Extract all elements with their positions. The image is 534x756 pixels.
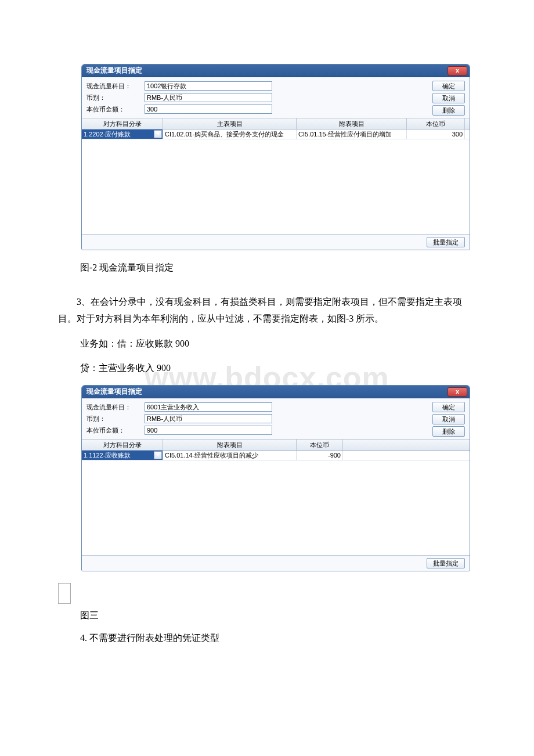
cell-counter-subject[interactable]: 1.2202-应付账款 ▼ <box>82 129 163 139</box>
cell-main-item[interactable]: CI1.02.01-购买商品、接受劳务支付的现金 <box>163 129 297 139</box>
cell-amount[interactable]: -900 <box>297 451 343 460</box>
col-counter-subject[interactable]: 对方科目分录 <box>82 118 163 129</box>
ok-button[interactable]: 确定 <box>432 81 465 91</box>
close-icon[interactable]: x <box>448 66 467 75</box>
chevron-down-icon[interactable]: ▼ <box>154 451 162 459</box>
subject-input[interactable] <box>145 402 272 412</box>
col-counter-subject[interactable]: 对方科目分录 <box>82 440 163 450</box>
dialog-title: 现金流量项目指定 <box>86 66 142 75</box>
currency-label: 币别： <box>86 93 145 102</box>
cell-sub-item[interactable]: CI5.01.14-经营性应收项目的减少 <box>163 451 297 460</box>
col-main-item[interactable]: 主表项目 <box>163 118 297 129</box>
subject-label: 现金流量科目： <box>86 403 145 412</box>
currency-input[interactable] <box>145 93 272 102</box>
currency-input[interactable] <box>145 414 272 423</box>
amount-label: 本位币金额： <box>86 426 145 435</box>
cancel-button[interactable]: 取消 <box>432 93 465 103</box>
ok-button[interactable]: 确定 <box>432 402 465 412</box>
data-grid: 对方科目分录 附表项目 本位币 1.1122-应收账款 ▼ CI5.01.14-… <box>82 439 470 555</box>
col-base-currency[interactable]: 本位币 <box>407 118 465 129</box>
figure-caption-2: 图-2 现金流量项目指定 <box>80 262 476 274</box>
delete-button[interactable]: 删除 <box>432 105 465 116</box>
data-grid: 对方科目分录 主表项目 附表项目 本位币 1.2202-应付账款 ▼ CI1.0… <box>82 118 470 234</box>
col-base-currency[interactable]: 本位币 <box>297 440 343 450</box>
batch-assign-button[interactable]: 批量指定 <box>427 237 465 247</box>
cell-amount[interactable]: 300 <box>407 129 465 139</box>
batch-assign-button[interactable]: 批量指定 <box>427 558 465 568</box>
amount-input[interactable] <box>145 105 272 114</box>
table-row[interactable]: 1.1122-应收账款 ▼ CI5.01.14-经营性应收项目的减少 -900 <box>82 451 470 460</box>
amount-input[interactable] <box>145 426 272 435</box>
paragraph-debit: 业务如：借：应收账款 900 <box>58 336 476 352</box>
titlebar: 现金流量项目指定 x <box>82 64 470 77</box>
table-row[interactable]: 1.2202-应付账款 ▼ CI1.02.01-购买商品、接受劳务支付的现金 C… <box>82 129 470 139</box>
titlebar: 现金流量项目指定 x <box>82 386 470 398</box>
paragraph-4: 4. 不需要进行附表处理的凭证类型 <box>58 630 476 647</box>
cashflow-dialog-1: 现金流量项目指定 x 现金流量科目： 币别： 本位币金额： 确定 <box>81 64 470 250</box>
currency-label: 币别： <box>86 415 145 423</box>
chevron-down-icon[interactable]: ▼ <box>154 130 162 138</box>
paragraph-3: 3、在会计分录中，没有现金科目，有损益类科目，则需要指定附表项目，但不需要指定主… <box>58 294 476 327</box>
subject-input[interactable] <box>145 81 272 91</box>
cancel-button[interactable]: 取消 <box>432 414 465 424</box>
dialog-title: 现金流量项目指定 <box>86 387 142 397</box>
col-sub-item[interactable]: 附表项目 <box>163 440 297 450</box>
delete-button[interactable]: 删除 <box>432 426 465 437</box>
placeholder-box <box>58 583 71 604</box>
cashflow-dialog-2: 现金流量项目指定 x 现金流量科目： 币别： 本位币金额： 确定 <box>81 385 470 571</box>
figure-caption-3: 图三 <box>80 610 476 622</box>
amount-label: 本位币金额： <box>86 105 145 114</box>
cell-counter-subject[interactable]: 1.1122-应收账款 ▼ <box>82 451 163 460</box>
cell-sub-item[interactable]: CI5.01.15-经营性应付项目的增加 <box>297 129 407 139</box>
paragraph-credit: 贷：主营业务收入 900 <box>58 360 476 377</box>
close-icon[interactable]: x <box>448 387 467 397</box>
col-sub-item[interactable]: 附表项目 <box>297 118 407 129</box>
subject-label: 现金流量科目： <box>86 82 145 91</box>
